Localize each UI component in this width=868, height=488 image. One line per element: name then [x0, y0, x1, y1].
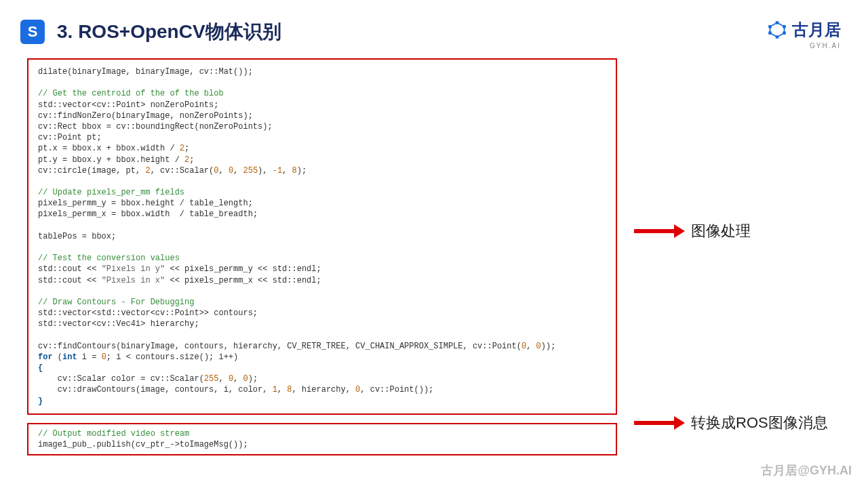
arrow-icon [634, 229, 675, 233]
page-title: 3. ROS+OpenCV物体识别 [57, 19, 281, 45]
brand-block: 古月居 GYH.AI [768, 19, 841, 49]
code-block-image-processing: dilate(binaryImage, binaryImage, cv::Mat… [27, 58, 617, 415]
brand-subtitle: GYH.AI [768, 42, 841, 49]
annotation-label-1: 图像处理 [691, 221, 751, 241]
brand-icon [768, 20, 787, 39]
code-text-2: // Output modified video stream image1_p… [38, 428, 606, 450]
arrow-icon [634, 421, 675, 425]
logo-icon: S [20, 20, 45, 44]
annotation-ros-message: 转换成ROS图像消息 [634, 413, 828, 433]
annotation-label-2: 转换成ROS图像消息 [691, 413, 828, 433]
code-text-1: dilate(binaryImage, binaryImage, cv::Mat… [38, 66, 606, 407]
watermark: 古月居@GYH.AI [761, 462, 852, 479]
code-block-ros-publish: // Output modified video stream image1_p… [27, 423, 617, 455]
brand-name: 古月居 [792, 19, 841, 41]
annotation-image-processing: 图像处理 [634, 221, 751, 241]
